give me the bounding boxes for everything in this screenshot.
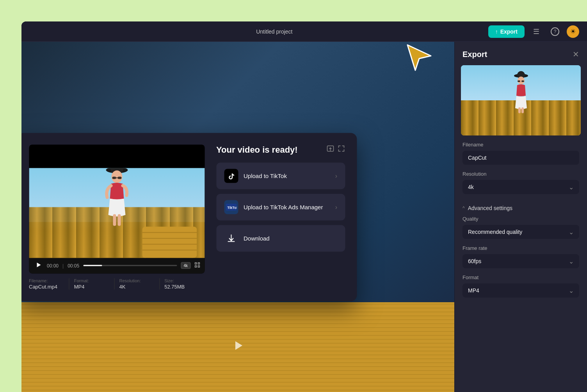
export-panel: Export ✕	[454, 42, 587, 392]
meta-size-label: Size:	[164, 278, 200, 283]
quality-select-wrapper: Recommended quality High quality Low qua…	[462, 225, 579, 239]
format-select[interactable]: MP4 MOV WebM	[462, 283, 579, 298]
export-panel-title: Export	[462, 50, 487, 59]
svg-rect-31	[518, 80, 520, 82]
svg-text:TikTok: TikTok	[227, 205, 237, 209]
upload-tiktok-label: Upload to TikTok	[244, 173, 330, 179]
fullscreen-button[interactable]	[194, 262, 200, 269]
advanced-settings-toggle[interactable]: ^ Advanced settings	[455, 200, 587, 216]
svg-rect-13	[142, 226, 197, 258]
meta-format-label: Format:	[74, 278, 110, 283]
menu-button[interactable]: ☰	[529, 25, 543, 39]
current-time: 00:00	[47, 263, 59, 268]
video-ready-modal: 00:00 | 00:05 4k	[21, 133, 357, 301]
export-panel-header: Export ✕	[455, 42, 587, 65]
svg-rect-8	[112, 176, 116, 179]
svg-rect-33	[518, 107, 521, 113]
preview-woman-svg	[505, 67, 537, 114]
download-arrow-icon	[226, 233, 236, 243]
svg-marker-18	[37, 263, 41, 267]
quality-section: Quality Recommended quality High quality…	[455, 216, 587, 245]
tiktok-logo-icon	[227, 172, 235, 180]
export-button[interactable]: ↑ Export	[488, 25, 525, 38]
play-icon	[36, 262, 41, 268]
main-content: 00:00 | 00:05 4k	[21, 42, 587, 392]
meta-format-value: MP4	[74, 283, 85, 289]
upload-tiktok-ads-label: Upload to TikTok Ads Manager	[244, 204, 330, 210]
topbar: Untitled project ↑ Export ☰ ? ☀	[21, 21, 587, 42]
advanced-settings-label: Advanced settings	[468, 205, 512, 211]
resolution-label: Resolution	[462, 171, 579, 177]
bg-play-button[interactable]	[232, 340, 244, 353]
tiktok-ads-icon: TikTok	[224, 200, 238, 214]
format-label: Format	[462, 274, 579, 280]
framerate-select[interactable]: 60fps 30fps 24fps	[462, 254, 579, 268]
video-metadata: Filename: CapCut.mp4 Format: MP4 Resolut…	[29, 273, 205, 289]
video-frame	[29, 168, 205, 258]
resolution-select[interactable]: 4k 1080p 720p	[462, 180, 579, 194]
meta-filename: Filename: CapCut.mp4	[29, 278, 69, 289]
framerate-label: Frame rate	[462, 245, 579, 251]
svg-rect-20	[198, 263, 199, 264]
meta-filename-value: CapCut.mp4	[29, 283, 57, 289]
svg-rect-22	[198, 266, 199, 267]
tiktok-icon	[224, 169, 238, 183]
video-player: 00:00 | 00:05 4k	[29, 144, 205, 273]
meta-size-value: 52.75MB	[164, 283, 185, 289]
quality-select[interactable]: Recommended quality High quality Low qua…	[462, 225, 579, 239]
total-time: 00:05	[68, 263, 79, 268]
tiktok-ads-arrow-icon: ›	[335, 203, 337, 210]
close-icon: ✕	[573, 50, 579, 59]
tiktok-arrow-icon: ›	[335, 172, 337, 179]
chevron-collapse-icon: ^	[462, 205, 465, 211]
svg-rect-32	[521, 80, 524, 82]
svg-rect-21	[195, 266, 196, 267]
svg-rect-19	[195, 263, 196, 264]
svg-rect-9	[117, 176, 121, 179]
action-section: Your video is ready!	[216, 144, 345, 289]
share-icon	[326, 144, 334, 152]
filename-input[interactable]	[462, 151, 579, 165]
help-button[interactable]: ?	[548, 25, 562, 39]
topbar-actions: ↑ Export ☰ ? ☀	[488, 25, 579, 39]
time-separator: |	[62, 263, 64, 268]
framerate-select-wrapper: 60fps 30fps 24fps	[462, 254, 579, 268]
video-black-bar	[29, 144, 205, 168]
progress-bar[interactable]	[83, 265, 177, 266]
modal-fullscreen-button[interactable]	[337, 144, 345, 154]
editor-area: 00:00 | 00:05 4k	[21, 42, 454, 392]
download-icon	[224, 231, 238, 245]
modal-title: Your video is ready!	[216, 144, 298, 155]
play-button[interactable]	[34, 261, 43, 270]
close-export-panel-button[interactable]: ✕	[573, 50, 579, 59]
export-button-label: Export	[500, 29, 518, 35]
app-window: Untitled project ↑ Export ☰ ? ☀	[21, 21, 587, 392]
quality-label: Quality	[462, 216, 579, 222]
help-icon: ?	[551, 27, 559, 36]
avatar-icon: ☀	[570, 28, 576, 35]
fullscreen-icon	[194, 262, 200, 268]
export-upload-icon: ↑	[495, 29, 498, 35]
upload-tiktok-button[interactable]: Upload to TikTok ›	[216, 162, 345, 189]
svg-point-7	[111, 170, 122, 183]
project-title: Untitled project	[256, 29, 292, 35]
video-player-section: 00:00 | 00:05 4k	[29, 144, 205, 289]
modal-share-button[interactable]	[326, 144, 334, 154]
resolution-select-wrapper: 4k 1080p 720p	[462, 180, 579, 194]
svg-rect-11	[113, 214, 116, 226]
modal-icons	[326, 144, 345, 154]
video-controls: 00:00 | 00:05 4k	[29, 258, 205, 273]
filename-label: Filename	[462, 142, 579, 148]
user-avatar[interactable]: ☀	[567, 25, 579, 38]
resolution-section: Resolution 4k 1080p 720p	[455, 171, 587, 200]
progress-fill	[83, 265, 102, 266]
svg-rect-34	[521, 107, 524, 113]
meta-format: Format: MP4	[69, 278, 115, 289]
framerate-section: Frame rate 60fps 30fps 24fps	[455, 245, 587, 274]
play-triangle-icon	[232, 340, 244, 351]
upload-tiktok-ads-button[interactable]: TikTok Upload to TikTok Ads Manager ›	[216, 194, 345, 220]
meta-size: Size: 52.75MB	[160, 278, 205, 289]
meta-filename-label: Filename:	[29, 278, 64, 283]
meta-resolution-value: 4K	[119, 283, 126, 289]
download-button[interactable]: Download	[216, 225, 345, 251]
